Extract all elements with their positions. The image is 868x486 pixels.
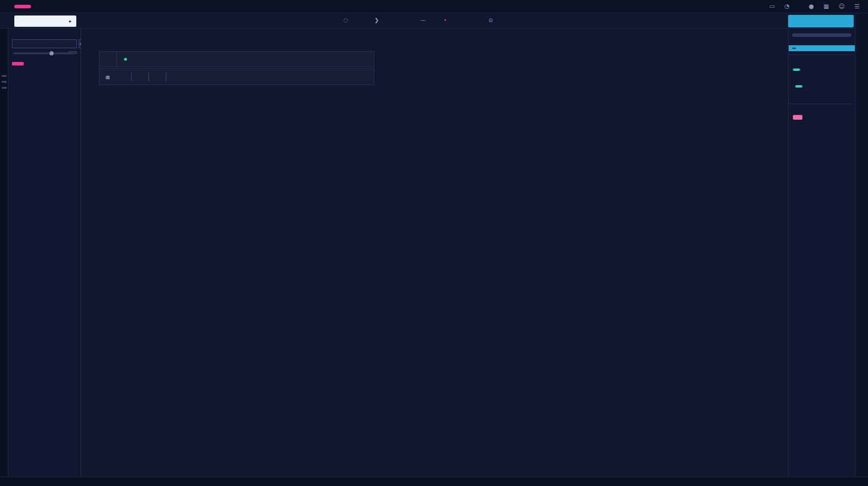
panel-handle[interactable]: [792, 33, 851, 37]
events-footer: [789, 39, 855, 43]
chart-value-box: ▦: [99, 68, 374, 85]
watchlist-panel: ≡: [8, 29, 81, 476]
price-chart[interactable]: [81, 29, 788, 476]
grid-small-icon: ▦: [106, 74, 110, 80]
buy-button[interactable]: [793, 68, 800, 71]
tick-down-icon: •: [444, 17, 447, 23]
du-chip: [792, 48, 796, 49]
right-panel: [788, 29, 855, 476]
take-profit-row: [789, 83, 855, 89]
monitor-icon[interactable]: ▭: [769, 3, 774, 10]
chart-title: [100, 52, 117, 67]
menubar-right: ▭ ◔ ● ▦ ☺ ☰: [769, 3, 860, 10]
price-value-1: [131, 72, 148, 82]
symbol-selector[interactable]: ▸: [14, 15, 76, 27]
strip-mark: [2, 81, 7, 83]
grid-icon[interactable]: ▦: [823, 3, 829, 10]
status-dot-icon: ●: [808, 3, 814, 10]
price-value-3: [166, 72, 183, 82]
indicator-icon[interactable]: ◌: [343, 17, 348, 23]
bell-icon[interactable]: ◔: [785, 3, 790, 10]
left-edge-strip: [0, 29, 8, 476]
parameters-header[interactable]: [789, 45, 855, 51]
simulation-button[interactable]: [12, 62, 24, 66]
spread-chips: [789, 96, 855, 100]
buy-chip-row: [789, 67, 855, 73]
dash-icon: —: [420, 17, 426, 23]
watchlist-search-input[interactable]: [12, 39, 77, 48]
ohlc-readout: — • ⊙: [420, 17, 493, 23]
chart-title-box: [99, 51, 374, 67]
user-icon[interactable]: ☺: [839, 3, 845, 10]
strip-mark: [2, 75, 7, 77]
take-profit-button[interactable]: [795, 85, 802, 88]
confirmation-button[interactable]: [788, 15, 854, 27]
range-slider[interactable]: [13, 52, 76, 54]
gear-icon[interactable]: ⊙: [488, 17, 493, 23]
place-order-button[interactable]: [793, 115, 802, 120]
trading-app-window: ▭ ◔ ● ▦ ☺ ☰ ▸ ◌ ❯ — • ⊙: [0, 0, 868, 486]
tab-remote[interactable]: ▦: [100, 69, 119, 85]
brand-button[interactable]: [14, 5, 31, 8]
menu-icon[interactable]: ☰: [854, 3, 860, 10]
chevron-icon[interactable]: ❯: [374, 17, 379, 23]
slider-thumb[interactable]: [49, 51, 54, 55]
buying-section-header[interactable]: [789, 54, 855, 60]
recommendation-subtitle: [789, 109, 855, 111]
icon-strip: [855, 13, 868, 476]
price-value-2: [148, 72, 166, 82]
status-dot-icon: [124, 58, 127, 61]
strip-mark: [2, 87, 7, 89]
watchlist-widgets: ≡: [8, 33, 80, 74]
chart-card: ▦: [81, 29, 788, 476]
chevron-right-icon: ▸: [69, 18, 72, 24]
recommendation-title: [789, 104, 855, 109]
footer: [0, 476, 868, 486]
tab-flowchart[interactable]: [119, 69, 131, 85]
menubar: ▭ ◔ ● ▦ ☺ ☰: [0, 0, 868, 13]
toolbar: ▸ ◌ ❯ — • ⊙: [0, 13, 868, 29]
